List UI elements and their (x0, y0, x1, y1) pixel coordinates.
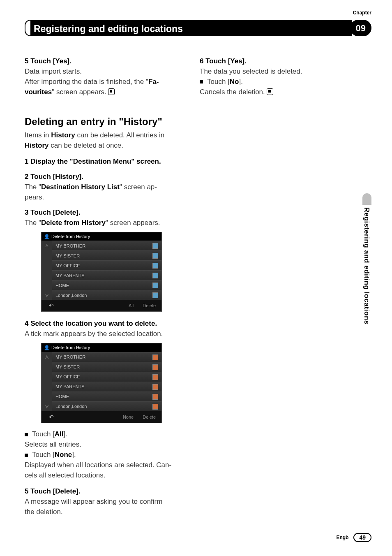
checkbox-checked-icon (152, 374, 158, 380)
list-item: MY BROTHER (52, 352, 161, 362)
footer-button: Delete (143, 414, 156, 420)
text: ]. (64, 430, 67, 438)
list-item-label: MY BROTHER (55, 243, 85, 249)
page-footer: Engb 49 (336, 533, 371, 542)
end-section-icon (108, 88, 115, 95)
screenshot-body: ⋏⋎ MY BROTHER MY SISTER MY OFFICE MY PAR… (42, 241, 161, 300)
text: " screen appears. (52, 88, 106, 96)
text-bold: No (230, 78, 239, 86)
text-bold: All (55, 430, 64, 438)
text-bold: History (51, 131, 75, 139)
checkbox-icon (152, 243, 158, 249)
body-text: Touch [None]. (32, 450, 76, 460)
list-item: London,London (52, 401, 161, 411)
text-bold: None (55, 451, 72, 459)
text-bold: vourites (25, 88, 52, 96)
page-number: 49 (353, 533, 371, 542)
text: Touch [ (32, 451, 55, 459)
square-bullet-icon (200, 80, 203, 83)
square-bullet-icon (25, 454, 28, 457)
checkbox-icon (152, 263, 158, 269)
footer-language: Engb (336, 535, 348, 540)
body-text: Data import starts. (25, 67, 187, 76)
body-text: A tick mark appears by the selected loca… (25, 329, 187, 339)
text: The " (25, 219, 41, 227)
body-text: the deletion. (25, 507, 187, 517)
section-heading: Deleting an entry in "History" (25, 115, 187, 128)
text-bold: Destination History List (41, 183, 120, 191)
body-text: The "Delete from History" screen appears… (25, 218, 187, 228)
text: can be deleted. All entries in (75, 131, 164, 139)
body-text: Cancels the deletion. (200, 88, 362, 97)
scroll-down-icon: ⋎ (45, 403, 49, 410)
list-item: MY SISTER (52, 362, 161, 372)
body-text: History can be deleted at once. (25, 141, 187, 151)
list-item: MY SISTER (52, 250, 161, 260)
checkbox-checked-icon (152, 384, 158, 390)
list-item-label: MY SISTER (55, 253, 80, 259)
side-tab-cap (362, 193, 371, 205)
screenshot-footer: ↶AllDelete (42, 300, 161, 311)
scroll-up-icon: ⋏ (45, 241, 49, 249)
list-item-label: MY OFFICE (55, 374, 80, 380)
text: ]. (239, 78, 242, 86)
text: Items in (25, 131, 51, 139)
list-item-label: MY PARENTS (55, 384, 85, 390)
step-3: 3 Touch [Delete]. The "Delete from Histo… (25, 208, 187, 228)
right-column: 6 Touch [Yes]. The data you selected is … (200, 56, 362, 521)
body-text: Items in History can be deleted. All ent… (25, 131, 187, 140)
list-item: MY OFFICE (52, 372, 161, 382)
body-text: Touch [All]. (32, 430, 67, 439)
screenshot-title: 👤Delete from History (42, 232, 161, 241)
text-bold: Fa- (148, 78, 159, 86)
list-item: HOME (52, 280, 161, 290)
end-section-icon (267, 88, 273, 95)
step-1: 1 Display the "Destination Menu" screen. (25, 157, 187, 167)
bullet-row: Touch [No]. (200, 77, 362, 87)
bullet-all: Touch [All]. Selects all entries. (25, 430, 187, 449)
footer-button: None (123, 414, 134, 420)
list: MY BROTHER MY SISTER MY OFFICE MY PARENT… (52, 352, 161, 411)
text: Delete from History (51, 234, 90, 240)
screenshot-delete-history-unchecked: 👤Delete from History ⋏⋎ MY BROTHER MY SI… (41, 232, 162, 312)
text: Touch [ (207, 78, 230, 86)
bullet-none: Touch [None]. Displayed when all locatio… (25, 450, 187, 480)
chapter-label: Chapter (353, 10, 371, 16)
content-columns: 5 Touch [Yes]. Data import starts. After… (25, 56, 371, 521)
step-heading: 1 Display the "Destination Menu" screen. (25, 157, 187, 167)
checkbox-icon (152, 283, 158, 288)
text: can be deleted at once. (49, 141, 123, 149)
list-item-label: MY BROTHER (55, 354, 85, 360)
step-6: 6 Touch [Yes]. The data you selected is … (200, 57, 362, 97)
step-heading: 5 Touch [Delete]. (25, 487, 187, 496)
list: MY BROTHER MY SISTER MY OFFICE MY PARENT… (52, 241, 161, 300)
step-4: 4 Select the location you want to delete… (25, 319, 187, 339)
text: " screen appears. (106, 219, 160, 227)
back-icon: ↶ (49, 302, 54, 310)
chapter-number-badge: 09 (350, 20, 371, 36)
screenshot-title: 👤Delete from History (42, 343, 161, 352)
scroll-up-icon: ⋏ (45, 353, 49, 361)
list-item-label: London,London (55, 292, 87, 299)
body-text: A message will appear asking you to conf… (25, 497, 187, 507)
scroll-bar: ⋏⋎ (42, 352, 52, 411)
list-item: MY OFFICE (52, 260, 161, 270)
step-heading: 2 Touch [History]. (25, 172, 187, 182)
list-item: London,London (52, 290, 161, 300)
list-item: MY PARENTS (52, 270, 161, 280)
step-heading: 3 Touch [Delete]. (25, 208, 187, 218)
back-icon: ↶ (49, 413, 54, 421)
list-item: MY BROTHER (52, 241, 161, 250)
checkbox-checked-icon (152, 364, 158, 370)
left-column: 5 Touch [Yes]. Data import starts. After… (25, 56, 187, 521)
scroll-bar: ⋏⋎ (42, 241, 52, 300)
body-text: vourites" screen appears. (25, 88, 187, 97)
list-item-label: London,London (55, 403, 87, 410)
checkbox-icon (152, 253, 158, 259)
side-tab-label: Registering and editing locations (362, 205, 371, 324)
step-heading: 6 Touch [Yes]. (200, 57, 362, 66)
body-text: After importing the data is finished, th… (25, 77, 187, 87)
step-5-delete: 5 Touch [Delete]. A message will appear … (25, 487, 187, 517)
list-item: HOME (52, 392, 161, 401)
text: ]. (72, 451, 76, 459)
